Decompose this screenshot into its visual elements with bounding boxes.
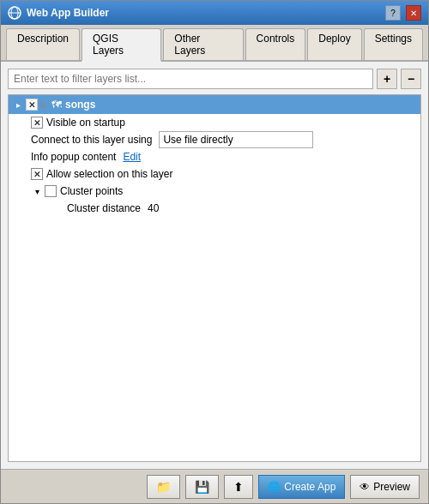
create-app-button[interactable]: 🌐 Create App — [258, 475, 345, 499]
visible-startup-item: ✕ Visible on startup — [31, 117, 125, 129]
tab-bar: Description QGIS Layers Other Layers Con… — [1, 25, 428, 62]
visible-startup-label: Visible on startup — [46, 117, 125, 129]
layer-tree: ▸ ✕ ⊞ 🗺 songs ✕ Visible on startup Conne… — [8, 94, 421, 462]
search-row: + − — [8, 69, 421, 89]
title-bar: Web App Builder ? ✕ — [1, 1, 428, 25]
connect-layer-input[interactable] — [159, 131, 313, 148]
folder-button[interactable]: 📁 — [147, 475, 180, 499]
search-input[interactable] — [8, 69, 373, 89]
add-layer-button[interactable]: + — [377, 69, 397, 89]
connect-layer-label: Connect to this layer using — [31, 134, 152, 146]
layer-expand-icon[interactable]: ▸ — [12, 99, 24, 111]
visible-startup-checkbox[interactable]: ✕ — [31, 117, 43, 129]
cluster-group-row: ▾ Cluster points — [17, 183, 420, 200]
app-window: Web App Builder ? ✕ Description QGIS Lay… — [0, 0, 429, 504]
cluster-expand-icon[interactable]: ▾ — [31, 185, 43, 197]
selection-row: ✕ Allow selection on this layer — [17, 165, 420, 183]
save-button[interactable]: 💾 — [185, 475, 219, 499]
tree-line-icon: ⊞ — [39, 100, 48, 110]
tab-description[interactable]: Description — [6, 28, 80, 60]
window-title: Web App Builder — [27, 7, 380, 19]
content-area: + − ▸ ✕ ⊞ 🗺 songs ✕ Visible on startup — [1, 62, 428, 469]
tab-controls[interactable]: Controls — [245, 28, 306, 60]
tab-other-layers[interactable]: Other Layers — [163, 28, 243, 60]
create-app-label: Create App — [284, 481, 335, 493]
cluster-checkbox[interactable] — [45, 185, 57, 197]
layer-type-icon: 🗺 — [50, 98, 63, 111]
popup-row: Info popup content Edit — [17, 148, 420, 165]
globe-icon: 🌐 — [268, 481, 281, 493]
remove-layer-button[interactable]: − — [401, 69, 421, 89]
folder-icon: 📁 — [156, 480, 171, 494]
layer-visibility-checkbox[interactable]: ✕ — [26, 99, 38, 111]
help-button[interactable]: ? — [385, 5, 401, 21]
connect-layer-row: Connect to this layer using — [17, 131, 420, 148]
layer-header-row[interactable]: ▸ ✕ ⊞ 🗺 songs — [9, 95, 420, 114]
cluster-distance-value: 40 — [148, 202, 159, 214]
app-icon — [8, 6, 21, 20]
upload-icon: ⬆ — [233, 480, 244, 494]
footer: 📁 💾 ⬆ 🌐 Create App 👁 Preview — [1, 469, 428, 503]
tab-qgis-layers[interactable]: QGIS Layers — [82, 28, 161, 62]
cluster-group-label: Cluster points — [60, 185, 123, 197]
selection-item: ✕ Allow selection on this layer — [31, 168, 172, 180]
cluster-distance-row: Cluster distance 40 — [17, 200, 420, 217]
save-icon: 💾 — [195, 480, 209, 494]
upload-button[interactable]: ⬆ — [224, 475, 253, 499]
preview-label: Preview — [373, 481, 410, 493]
visible-startup-row: ✕ Visible on startup — [17, 114, 420, 131]
layer-name: songs — [65, 99, 95, 111]
layer-properties: ✕ Visible on startup Connect to this lay… — [9, 114, 420, 217]
cluster-distance-label: Cluster distance — [67, 202, 141, 214]
close-button[interactable]: ✕ — [406, 5, 421, 21]
popup-edit-link[interactable]: Edit — [123, 151, 141, 163]
selection-label: Allow selection on this layer — [46, 168, 172, 180]
selection-checkbox[interactable]: ✕ — [31, 168, 43, 180]
preview-button[interactable]: 👁 Preview — [350, 475, 420, 499]
tab-settings[interactable]: Settings — [364, 28, 423, 60]
popup-label: Info popup content — [31, 151, 116, 163]
tab-deploy[interactable]: Deploy — [307, 28, 361, 60]
preview-icon: 👁 — [360, 481, 370, 493]
